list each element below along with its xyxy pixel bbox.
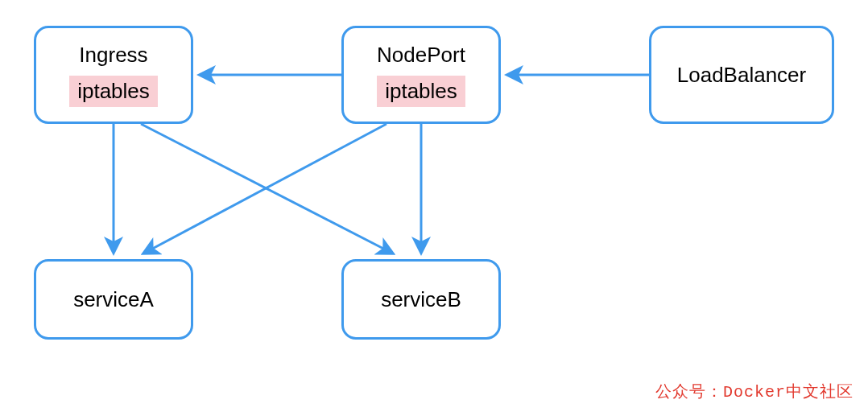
node-service-b-label: serviceB: [381, 287, 461, 312]
node-ingress: Ingress iptables: [34, 26, 193, 124]
node-service-a: serviceA: [34, 259, 193, 340]
node-service-b: serviceB: [341, 259, 501, 340]
node-nodeport-title: NodePort: [377, 43, 465, 68]
node-ingress-title: Ingress: [79, 43, 147, 68]
node-loadbalancer: LoadBalancer: [649, 26, 834, 124]
node-ingress-badge: iptables: [69, 76, 158, 107]
footer-attribution: 公众号：Docker中文社区: [655, 381, 854, 402]
edge-nodeport-servicea: [145, 124, 386, 253]
node-nodeport: NodePort iptables: [341, 26, 501, 124]
node-service-a-label: serviceA: [73, 287, 154, 312]
node-loadbalancer-title: LoadBalancer: [677, 63, 806, 88]
edge-ingress-serviceb: [141, 124, 391, 253]
node-nodeport-badge: iptables: [377, 76, 465, 107]
